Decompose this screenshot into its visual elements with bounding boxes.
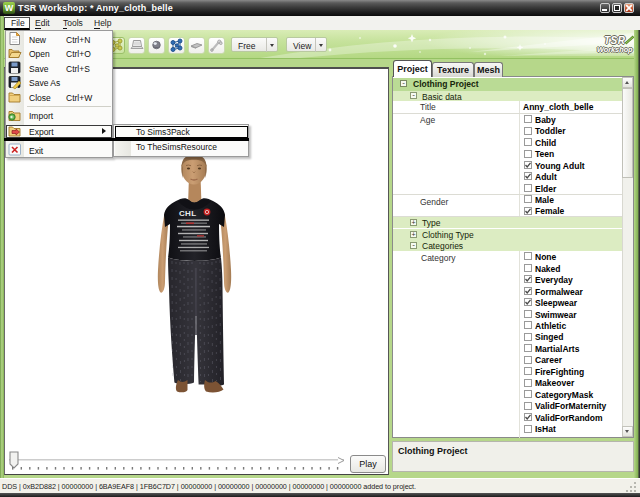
svg-text:CHL: CHL <box>179 209 196 218</box>
